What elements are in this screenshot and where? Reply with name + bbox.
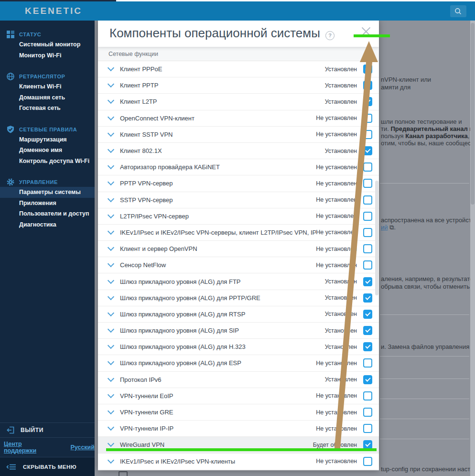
- sidebar-title-management[interactable]: УПРАВЛЕНИЕ: [0, 178, 95, 187]
- logout-button[interactable]: ВЫЙТИ: [0, 422, 95, 437]
- chevron-down-icon[interactable]: [108, 342, 114, 349]
- component-checkbox[interactable]: [363, 457, 372, 466]
- sidebar-item-domain-name[interactable]: Доменное имя: [0, 145, 95, 156]
- annotation-highlight-wireguard: [106, 448, 377, 451]
- component-checkbox[interactable]: [363, 408, 372, 417]
- chevron-down-icon[interactable]: [108, 310, 114, 316]
- chevron-down-icon[interactable]: [108, 375, 114, 382]
- sidebar-item-wifi-clients[interactable]: Клиенты Wi-Fi: [0, 81, 95, 92]
- chevron-down-icon[interactable]: [108, 114, 114, 120]
- component-label: L2TP/IPsec VPN-сервер: [120, 213, 316, 220]
- chevron-down-icon[interactable]: [108, 440, 114, 447]
- component-row: Шлюз прикладного уровня (ALG) для SIP Ус…: [98, 323, 379, 339]
- component-status: Не установлен: [316, 425, 357, 432]
- chevron-down-icon[interactable]: [108, 424, 114, 431]
- sidebar-item-system-settings[interactable]: Параметры системы: [0, 187, 95, 198]
- component-row: Клиент PPPoE Установлен: [98, 61, 379, 77]
- chevron-down-icon[interactable]: [108, 146, 114, 153]
- sidebar-item-diagnostics[interactable]: Диагностика: [0, 219, 95, 230]
- sidebar-item-guest-network[interactable]: Гостевая сеть: [0, 103, 95, 114]
- component-checkbox[interactable]: [363, 310, 372, 319]
- component-status: Не установлен: [316, 360, 357, 367]
- sidebar-item-system-monitor[interactable]: Системный монитор: [0, 39, 95, 50]
- component-status: Не установлен: [316, 246, 357, 252]
- language-link[interactable]: Русский: [70, 444, 95, 451]
- component-checkbox[interactable]: [363, 424, 372, 433]
- support-center-link[interactable]: Центр поддержки: [4, 441, 43, 454]
- modal-scrollbar-thumb[interactable]: [375, 181, 378, 295]
- component-checkbox[interactable]: [363, 146, 372, 155]
- chevron-down-icon[interactable]: [108, 326, 114, 333]
- chevron-down-icon[interactable]: [108, 244, 114, 251]
- component-checkbox[interactable]: [363, 97, 372, 106]
- component-checkbox[interactable]: [363, 65, 372, 74]
- component-status: Не установлен: [316, 458, 357, 465]
- sidebar-item-wifi-monitor[interactable]: Монитор Wi-Fi: [0, 50, 95, 61]
- chevron-down-icon[interactable]: [108, 195, 114, 202]
- sidebar-item-wifi-access-control[interactable]: Контроль доступа Wi-Fi: [0, 156, 95, 167]
- component-checkbox[interactable]: [363, 293, 372, 303]
- chevron-down-icon[interactable]: [108, 97, 114, 104]
- sidebar-item-users-access[interactable]: Пользователи и доступ: [0, 208, 95, 219]
- component-checkbox[interactable]: [363, 326, 372, 335]
- component-label: IKEv1/IPsec и IKEv2/IPsec VPN-серверы, к…: [120, 229, 316, 236]
- component-label: Сенсор NetFlow: [120, 261, 316, 269]
- background-divider: [380, 356, 469, 357]
- sidebar-section-status: СТАТУС Системный монитор Монитор Wi-Fi: [0, 30, 95, 61]
- page-scrollbar[interactable]: [470, 1, 475, 476]
- component-row: Авторизатор провайдера КАБiNET Не устано…: [98, 159, 379, 175]
- chevron-down-icon[interactable]: [108, 408, 114, 414]
- component-label: Шлюз прикладного уровня (ALG) для PPTP/G…: [120, 294, 325, 302]
- chevron-down-icon[interactable]: [108, 260, 114, 267]
- chevron-down-icon[interactable]: [108, 81, 114, 87]
- component-checkbox[interactable]: [363, 195, 372, 205]
- chevron-down-icon[interactable]: [108, 277, 114, 283]
- component-checkbox[interactable]: [363, 358, 372, 368]
- component-checkbox[interactable]: [363, 375, 372, 384]
- component-label: Клиент L2TP: [120, 98, 325, 105]
- component-checkbox[interactable]: [363, 179, 372, 188]
- component-row: Протокол IPv6 Установлен: [98, 372, 379, 388]
- component-checkbox[interactable]: [363, 212, 372, 221]
- component-label: Клиент 802.1X: [120, 147, 325, 154]
- sidebar-title-status[interactable]: СТАТУС: [0, 30, 95, 39]
- chevron-down-icon[interactable]: [108, 212, 114, 218]
- chevron-down-icon[interactable]: [108, 65, 114, 71]
- chevron-down-icon[interactable]: [108, 358, 114, 365]
- chevron-down-icon[interactable]: [108, 293, 114, 300]
- component-checkbox[interactable]: [363, 244, 372, 253]
- background-text: шли полное тестирование и: [381, 118, 462, 126]
- component-checkbox[interactable]: [363, 277, 372, 286]
- chevron-down-icon[interactable]: [108, 179, 114, 185]
- help-icon[interactable]: ?: [325, 31, 335, 40]
- component-checkbox[interactable]: [363, 162, 372, 172]
- sidebar-title-network-rules[interactable]: СЕТЕВЫЕ ПРАВИЛА: [0, 125, 95, 134]
- page-scrollbar-thumb[interactable]: [471, 23, 475, 205]
- component-checkbox[interactable]: [363, 342, 372, 351]
- collapse-menu-icon: [6, 463, 17, 471]
- sidebar: СТАТУС Системный монитор Монитор Wi-Fi Р…: [0, 21, 95, 476]
- component-label: Шлюз прикладного уровня (ALG) для ESP: [120, 359, 316, 367]
- background-text: и. Замена файлов управления: [381, 343, 469, 351]
- chevron-down-icon[interactable]: [108, 130, 114, 137]
- component-status: Установлен: [325, 98, 357, 105]
- component-checkbox[interactable]: [363, 391, 372, 400]
- chevron-down-icon[interactable]: [108, 162, 114, 169]
- sidebar-item-applications[interactable]: Приложения: [0, 198, 95, 209]
- component-status: Установлен: [325, 311, 357, 317]
- component-checkbox[interactable]: [363, 228, 372, 237]
- component-checkbox[interactable]: [363, 130, 372, 139]
- chevron-down-icon[interactable]: [108, 457, 114, 464]
- sidebar-title-repeater[interactable]: РЕТРАНСЛЯТОР: [0, 72, 95, 81]
- component-checkbox[interactable]: [363, 260, 372, 270]
- component-status: Не установлен: [316, 262, 357, 269]
- chevron-down-icon[interactable]: [108, 391, 114, 398]
- component-checkbox[interactable]: [363, 114, 372, 123]
- sidebar-item-routing[interactable]: Маршрутизация: [0, 134, 95, 145]
- chevron-down-icon[interactable]: [108, 228, 114, 235]
- collapse-menu-button[interactable]: СКРЫВАТЬ МЕНЮ: [0, 457, 95, 476]
- search-button[interactable]: [450, 5, 466, 17]
- component-checkbox[interactable]: [363, 81, 372, 90]
- sidebar-item-home-network[interactable]: Домашняя сеть: [0, 92, 95, 103]
- background-text: аспространена на все устройства.: [381, 216, 475, 224]
